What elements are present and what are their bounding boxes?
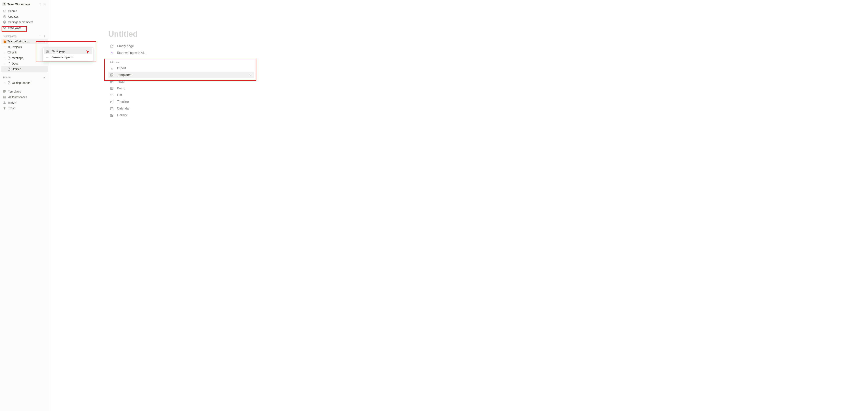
sidebar-search[interactable]: Search — [1, 8, 48, 14]
page-plus-icon — [45, 50, 49, 53]
option-table[interactable]: Table — [108, 78, 254, 85]
page-title-placeholder[interactable]: Untitled — [108, 30, 254, 38]
option-ai-label: Start writing with AI... — [117, 51, 146, 55]
svg-point-0 — [4, 10, 5, 12]
svg-rect-33 — [112, 73, 113, 75]
chevron-right-icon[interactable] — [4, 46, 6, 48]
page-label: Wiki — [12, 51, 47, 54]
ctx-blank-page[interactable]: Blank page — [43, 48, 92, 54]
search-icon — [3, 9, 6, 13]
svg-point-62 — [47, 57, 48, 58]
teamspace-page-meetings[interactable]: Meetings — [1, 55, 48, 61]
sidebar-new-page[interactable]: New page — [1, 25, 48, 30]
table-icon — [110, 80, 114, 84]
workspace-avatar: T — [2, 2, 6, 6]
svg-point-12 — [40, 41, 40, 42]
svg-point-45 — [111, 94, 111, 95]
option-gallery[interactable]: Gallery — [108, 112, 254, 119]
calendar-icon — [110, 106, 114, 110]
updown-icon — [39, 3, 41, 5]
enter-icon — [249, 73, 253, 77]
sidebar-trash-label: Trash — [8, 106, 15, 110]
svg-point-3 — [4, 22, 5, 23]
option-templates-label: Templates — [117, 73, 131, 77]
ctx-browse-templates-label: Browse templates — [52, 56, 73, 59]
new-page-context-menu: Blank page Browse templates — [42, 48, 93, 61]
teamspace-page-projects[interactable]: Projects — [1, 44, 48, 50]
private-section-header[interactable]: Private — [1, 74, 48, 80]
svg-rect-24 — [3, 90, 4, 91]
sidebar-new-page-label: New page — [8, 26, 21, 29]
chevron-right-icon[interactable] — [4, 82, 6, 84]
sidebar-search-label: Search — [8, 9, 17, 12]
chevron-right-icon[interactable] — [4, 52, 6, 54]
page-label: Meetings — [12, 57, 47, 60]
option-calendar[interactable]: Calendar — [108, 105, 254, 112]
option-templates[interactable]: Templates — [108, 72, 254, 78]
sidebar-updates[interactable]: Updates — [1, 14, 48, 19]
workspace-switcher[interactable]: T Team Workspace — [1, 2, 48, 7]
svg-point-9 — [40, 36, 41, 36]
svg-point-63 — [48, 57, 49, 58]
grid-icon — [3, 95, 6, 99]
home-icon — [3, 39, 7, 43]
chevron-down-icon[interactable] — [35, 40, 38, 42]
chevron-right-icon[interactable] — [4, 63, 6, 65]
ctx-browse-templates[interactable]: Browse templates — [43, 54, 92, 60]
option-list[interactable]: List — [108, 92, 254, 98]
svg-point-61 — [46, 57, 47, 58]
svg-rect-58 — [112, 116, 113, 117]
teamspaces-section-header[interactable]: Teamspaces — [1, 33, 48, 39]
gear-icon — [3, 20, 6, 24]
svg-rect-56 — [112, 114, 113, 115]
timeline-icon — [110, 100, 114, 104]
private-section-label: Private — [3, 76, 10, 79]
option-board-label: Board — [117, 87, 125, 90]
sidebar-all-teamspaces-label: All teamspaces — [8, 95, 27, 99]
more-icon[interactable] — [38, 34, 41, 38]
svg-point-14 — [41, 41, 42, 42]
chevron-right-icon[interactable] — [4, 68, 6, 70]
page-icon — [110, 44, 114, 48]
option-gallery-label: Gallery — [117, 114, 127, 117]
page-icon — [7, 62, 11, 65]
trash-icon — [3, 106, 6, 110]
plus-circle-icon — [3, 26, 6, 29]
more-icon[interactable] — [39, 40, 42, 43]
sidebar-updates-label: Updates — [8, 15, 19, 18]
teamspace-page-wiki[interactable]: Wiki — [1, 50, 48, 55]
collapse-sidebar-icon[interactable] — [42, 2, 46, 6]
svg-rect-35 — [111, 81, 113, 83]
chevron-right-icon[interactable] — [4, 57, 6, 59]
teamspace-page-untitled[interactable]: Untitled — [1, 66, 48, 72]
option-empty-page[interactable]: Empty page — [108, 43, 254, 50]
sidebar-trash[interactable]: Trash — [1, 105, 48, 111]
option-import[interactable]: Import — [108, 65, 254, 72]
sidebar-import[interactable]: Import — [1, 100, 48, 105]
plus-icon[interactable] — [42, 34, 46, 38]
gallery-icon — [110, 113, 114, 117]
plus-icon[interactable] — [43, 40, 47, 43]
svg-point-47 — [111, 96, 111, 96]
download-icon — [3, 101, 6, 104]
app-root: T Team Workspace Search Updates — [0, 0, 868, 411]
svg-point-8 — [39, 36, 40, 36]
sidebar-all-teamspaces[interactable]: All teamspaces — [1, 94, 48, 100]
sidebar-settings[interactable]: Settings & members — [1, 19, 48, 25]
private-page-getting-started[interactable]: Getting Started — [1, 80, 48, 86]
sidebar-templates[interactable]: Templates — [1, 89, 48, 94]
sidebar-settings-label: Settings & members — [8, 21, 33, 24]
target-icon — [7, 45, 11, 49]
option-empty-page-label: Empty page — [117, 44, 134, 48]
option-board[interactable]: Board — [108, 85, 254, 92]
teamspaces-section-label: Teamspaces — [3, 35, 17, 37]
cursor-pointer-icon — [86, 50, 90, 54]
teamspace-root[interactable]: Team Workspac... — [1, 39, 48, 44]
plus-icon[interactable] — [42, 76, 46, 79]
option-timeline-label: Timeline — [117, 100, 129, 103]
svg-rect-26 — [3, 92, 4, 93]
sidebar-templates-label: Templates — [8, 90, 21, 93]
option-ai[interactable]: Start writing with AI... — [108, 50, 254, 56]
option-timeline[interactable]: Timeline — [108, 98, 254, 105]
teamspace-page-docs[interactable]: Docs — [1, 61, 48, 66]
